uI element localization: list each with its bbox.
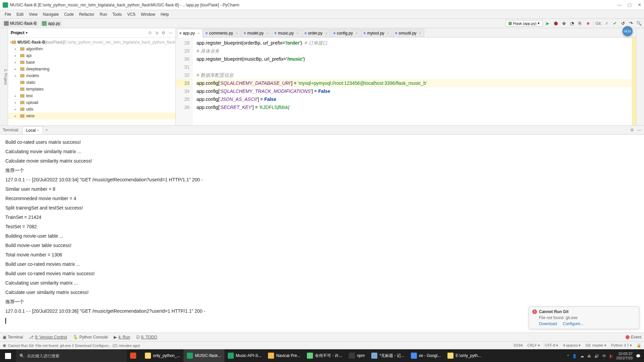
notification-configure-link[interactable]: Configure... [563,321,584,326]
tree-folder-algorithm[interactable]: ▸algorithm [8,46,175,52]
project-title[interactable]: Project [11,31,24,35]
taskbar-clock[interactable]: 10:03:37 2022/7/20 [616,352,633,360]
tab-comments-py[interactable]: comments.py× [203,29,241,37]
tray-people-icon[interactable]: 👤 [572,354,577,358]
terminal-body[interactable]: Build co-rated users matrix success!Calc… [0,135,644,333]
tab-order-py[interactable]: order.py× [302,29,330,37]
tab-music-py[interactable]: music.py× [272,29,302,37]
git-commit-button[interactable]: ✔ [612,20,618,26]
menu-refactor[interactable]: Refactor [76,12,97,17]
terminal-tab-local[interactable]: Local × [22,126,43,134]
marker-stripe[interactable] [632,38,636,125]
tab-app-py[interactable]: app.py× [177,29,203,38]
tree-folder-templates[interactable]: templates [8,86,175,93]
tree-folder-deeplearning[interactable]: ▸deeplearning [8,66,175,72]
close-icon[interactable]: × [356,31,358,35]
tree-folder-base[interactable]: ▸base [8,59,175,66]
git-history-button[interactable]: ↺ [620,20,626,26]
debug-button[interactable]: 🐞 [553,20,559,26]
search-everywhere-button[interactable]: 🔍 [636,20,642,26]
tray-app-icon[interactable]: ◧ [609,354,613,358]
tab-mytool-py[interactable]: mytool.py× [361,29,392,37]
left-stripe[interactable]: 1: Project [0,28,8,125]
taskbar-item[interactable] [127,349,142,362]
locate-icon[interactable]: ⊙ [148,31,152,35]
caret-position[interactable]: 33:84 [514,343,523,348]
breadcrumb-project[interactable]: MUSIC-flask-B [2,20,39,26]
menu-edit[interactable]: Edit [14,12,26,17]
status-tool-toggle[interactable]: ▣ [3,343,6,348]
tab-config-py[interactable]: config.py× [331,29,361,37]
menu-code[interactable]: Code [61,12,76,17]
tray-network-icon[interactable]: 🖧 [587,354,591,358]
maximize-button[interactable]: ▢ [628,2,632,7]
tool-todo[interactable]: ☑ 6: TODO [136,335,157,340]
tree-folder-utils[interactable]: ▸utils [8,106,175,113]
menu-vcs[interactable]: VCS [124,12,138,17]
close-icon[interactable]: × [198,31,200,35]
system-tray[interactable]: ^ 👤 ☁ 🖧 🔊 中 ◧ 10:03:37 2022/7/20 💬 [564,352,644,360]
profile-button[interactable]: ◔ [569,20,575,26]
tree-folder-upload[interactable]: ▸upload [8,99,175,106]
chevron-down-icon[interactable]: ▾ [26,31,28,35]
minimize-button[interactable]: — [617,2,622,7]
tool-python-console[interactable]: 🐍 Python Console [73,335,108,340]
tray-volume-icon[interactable]: 🔊 [594,354,599,358]
taskbar-item[interactable]: 有何不可 - 许... [304,349,345,362]
indent-settings[interactable]: 4 spaces ▾ [563,343,581,348]
python-interpreter[interactable]: Python 3.7 ▾ [611,343,632,348]
taskbar-search[interactable]: 🔍 在此键入进行搜索 [16,349,127,362]
tool-vcs[interactable]: ⎇ 9: Version Control [29,335,67,340]
taskbar-item[interactable]: xe - Googl... [408,349,444,362]
line-separator[interactable]: CRLF ▾ [527,343,540,348]
terminal-hide-icon[interactable]: — [637,128,641,132]
close-icon[interactable]: × [387,31,389,35]
tray-chevron-icon[interactable]: ^ [567,354,569,358]
menu-run[interactable]: Run [97,12,110,17]
tree-folder-api[interactable]: ▸api [8,52,175,59]
terminal-add-button[interactable]: + [46,128,48,132]
close-button[interactable]: ✕ [638,2,641,7]
taskbar-item[interactable]: E:\only_pyth... [444,349,484,362]
right-stripe[interactable] [636,28,644,125]
stop-button[interactable]: ■ [585,20,591,26]
taskbar-item[interactable]: Music-API-S... [224,349,265,362]
tab-smsutil-py[interactable]: smsutil.py× [393,29,424,37]
breadcrumb-file[interactable]: app.py [40,20,62,26]
close-icon[interactable]: × [419,31,421,35]
notifications-icon[interactable]: 💬 [636,354,641,358]
taskbar-item[interactable]: MUSIC-flask... [183,349,224,362]
line-gutter[interactable]: 282930313233343536 [176,38,193,125]
settings-icon[interactable]: ⚙ [162,31,165,35]
notification-download-link[interactable]: Download [539,321,557,326]
taskbar-item[interactable]: npm [345,349,368,362]
menu-view[interactable]: View [26,12,40,17]
file-encoding[interactable]: UTF-8 ▾ [545,343,558,348]
close-icon[interactable]: × [297,31,299,35]
tab-model-py[interactable]: model.py× [241,29,271,37]
menu-help[interactable]: Help [158,12,172,17]
tray-ime-icon[interactable]: 中 [602,354,606,359]
git-update-button[interactable]: ✓ [604,20,610,26]
close-icon[interactable]: × [325,31,327,35]
terminal-settings-icon[interactable]: ⚙ [630,128,634,132]
start-button[interactable] [0,349,16,362]
readonly-lock-icon[interactable]: 🔒 [637,343,641,348]
menu-tools[interactable]: Tools [110,12,124,17]
git-rollback-button[interactable]: ↷ [628,20,634,26]
code-reader-badge[interactable]: 01:11 [623,26,633,36]
close-icon[interactable]: × [236,31,238,35]
taskbar-item[interactable]: *无标题 - 记... [368,349,407,362]
tree-root[interactable]: ▾MUSIC-flask-B [tourFlask] E:\only_pytho… [8,39,175,46]
tool-run[interactable]: ▶ 4: Run [114,335,130,340]
tree-folder-static[interactable]: static [8,79,175,86]
tree-folder-venv[interactable]: ▸venv [8,113,175,119]
close-icon[interactable]: × [266,31,268,35]
tool-terminal[interactable]: ▣ Terminal [3,335,23,340]
menu-navigate[interactable]: Navigate [40,12,61,17]
attach-button[interactable]: ⎘ [577,20,583,26]
taskbar-item[interactable]: only_python_... [142,349,183,362]
menu-file[interactable]: File [2,12,14,17]
coverage-button[interactable]: ⊕ [561,20,567,26]
run-button[interactable]: ▶ [545,20,551,26]
